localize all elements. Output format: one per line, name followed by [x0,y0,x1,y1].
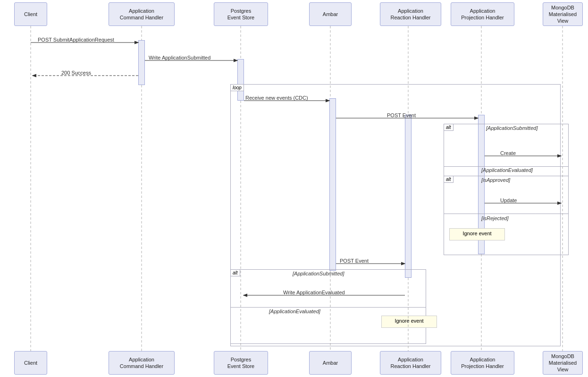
actor-reaction-handler-bottom: ApplicationReaction Handler [380,351,441,375]
condition-is-rejected: [isRejected] [481,215,508,221]
alt-reaction-divider [230,307,426,308]
condition-app-submitted-2: [ApplicationSubmitted] [293,271,344,276]
frame-alt-reaction [230,269,426,344]
actor-event-store-top: PostgresEvent Store [214,2,268,26]
actor-mongodb-bottom: MongoDBMaterialised View [543,351,583,375]
actor-mongodb-top: MongoDBMaterialised View [543,2,583,26]
frame-alt-inner-label: alt [444,176,454,183]
actor-client-top: Client [14,2,47,26]
label-200-success: 200 Success [61,70,91,76]
condition-is-approved: [isApproved] [481,177,510,183]
label-post-submit: POST SubmitApplicationRequest [38,37,114,43]
label-post-event-2: POST Event [340,258,369,264]
actor-ambar-top: Ambar [309,2,352,26]
label-post-event-1: POST Event [387,112,416,118]
note-ignore-reaction: Ignore event [381,316,437,328]
note-ignore-projection: Ignore event [449,228,505,240]
actor-client-bottom: Client [14,351,47,375]
frame-alt-projection-label: alt [444,124,454,131]
sequence-diagram: Client ApplicationCommand Handler Postgr… [0,0,588,377]
actor-projection-handler-bottom: ApplicationProjection Handler [451,351,514,375]
actor-cmd-handler-top: ApplicationCommand Handler [109,2,175,26]
actor-cmd-handler-bottom: ApplicationCommand Handler [109,351,175,375]
label-write-submitted: Write ApplicationSubmitted [149,55,210,60]
condition-app-evaluated-1: [ApplicationEvaluated] [481,167,533,173]
frame-loop-label: loop [230,84,244,91]
label-create: Create [500,150,516,156]
condition-app-submitted-1: [ApplicationSubmitted] [486,125,538,131]
alt-projection-divider [444,166,569,167]
label-receive-cdc: Receive new events (CDC) [245,95,308,101]
actor-reaction-handler-top: ApplicationReaction Handler [380,2,441,26]
actor-event-store-bottom: PostgresEvent Store [214,351,268,375]
actor-projection-handler-top: ApplicationProjection Handler [451,2,514,26]
condition-app-evaluated-2: [ApplicationEvaluated] [269,308,320,314]
frame-alt-reaction-label: alt [230,269,240,276]
activation-cmd [138,40,145,85]
label-update: Update [500,197,517,203]
alt-inner-divider [444,214,569,214]
label-write-evaluated: Write ApplicationEvaluated [283,290,345,295]
actor-ambar-bottom: Ambar [309,351,352,375]
